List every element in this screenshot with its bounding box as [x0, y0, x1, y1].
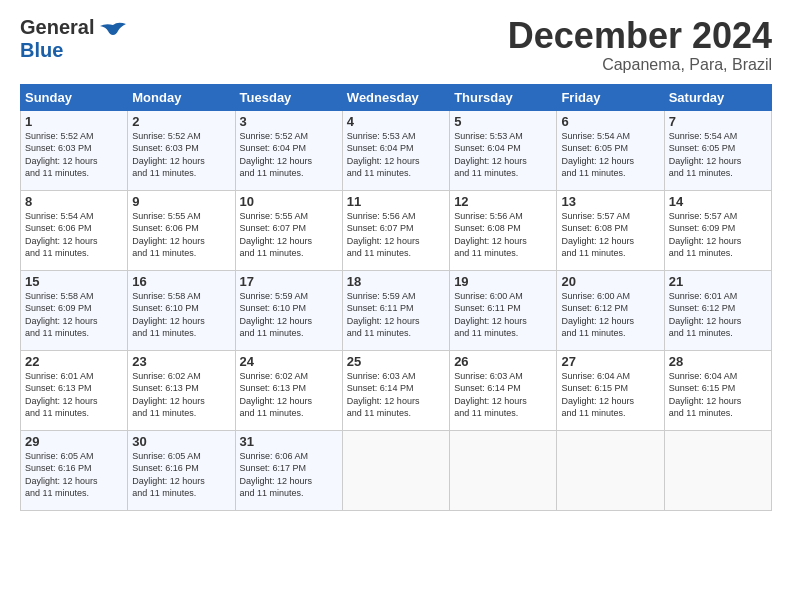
- location: Capanema, Para, Brazil: [508, 56, 772, 74]
- day-info: Sunrise: 5:59 AMSunset: 6:10 PMDaylight:…: [240, 290, 338, 340]
- day-info: Sunrise: 5:54 AMSunset: 6:06 PMDaylight:…: [25, 210, 123, 260]
- day-number: 27: [561, 354, 659, 369]
- day-number: 12: [454, 194, 552, 209]
- table-row: 2Sunrise: 5:52 AMSunset: 6:03 PMDaylight…: [128, 110, 235, 190]
- day-number: 23: [132, 354, 230, 369]
- day-number: 6: [561, 114, 659, 129]
- day-number: 3: [240, 114, 338, 129]
- day-number: 14: [669, 194, 767, 209]
- table-row: 21Sunrise: 6:01 AMSunset: 6:12 PMDayligh…: [664, 270, 771, 350]
- day-number: 29: [25, 434, 123, 449]
- table-row: 10Sunrise: 5:55 AMSunset: 6:07 PMDayligh…: [235, 190, 342, 270]
- table-row: [664, 430, 771, 510]
- day-info: Sunrise: 5:55 AMSunset: 6:06 PMDaylight:…: [132, 210, 230, 260]
- col-friday: Friday: [557, 84, 664, 110]
- day-info: Sunrise: 5:52 AMSunset: 6:03 PMDaylight:…: [132, 130, 230, 180]
- day-info: Sunrise: 5:53 AMSunset: 6:04 PMDaylight:…: [347, 130, 445, 180]
- day-number: 17: [240, 274, 338, 289]
- day-info: Sunrise: 5:56 AMSunset: 6:07 PMDaylight:…: [347, 210, 445, 260]
- day-info: Sunrise: 6:04 AMSunset: 6:15 PMDaylight:…: [561, 370, 659, 420]
- day-info: Sunrise: 5:52 AMSunset: 6:04 PMDaylight:…: [240, 130, 338, 180]
- day-info: Sunrise: 5:57 AMSunset: 6:09 PMDaylight:…: [669, 210, 767, 260]
- day-info: Sunrise: 6:02 AMSunset: 6:13 PMDaylight:…: [240, 370, 338, 420]
- table-row: 25Sunrise: 6:03 AMSunset: 6:14 PMDayligh…: [342, 350, 449, 430]
- day-info: Sunrise: 6:01 AMSunset: 6:12 PMDaylight:…: [669, 290, 767, 340]
- table-row: 22Sunrise: 6:01 AMSunset: 6:13 PMDayligh…: [21, 350, 128, 430]
- month-title: December 2024: [508, 16, 772, 56]
- col-sunday: Sunday: [21, 84, 128, 110]
- table-row: 15Sunrise: 5:58 AMSunset: 6:09 PMDayligh…: [21, 270, 128, 350]
- col-tuesday: Tuesday: [235, 84, 342, 110]
- day-info: Sunrise: 6:02 AMSunset: 6:13 PMDaylight:…: [132, 370, 230, 420]
- table-row: 4Sunrise: 5:53 AMSunset: 6:04 PMDaylight…: [342, 110, 449, 190]
- day-number: 5: [454, 114, 552, 129]
- table-row: 14Sunrise: 5:57 AMSunset: 6:09 PMDayligh…: [664, 190, 771, 270]
- table-row: 5Sunrise: 5:53 AMSunset: 6:04 PMDaylight…: [450, 110, 557, 190]
- day-number: 25: [347, 354, 445, 369]
- header: General Blue December 2024 Capanema, Par…: [20, 16, 772, 74]
- logo-text: General Blue: [20, 16, 94, 62]
- day-number: 19: [454, 274, 552, 289]
- day-number: 8: [25, 194, 123, 209]
- day-number: 13: [561, 194, 659, 209]
- table-row: [450, 430, 557, 510]
- table-row: 20Sunrise: 6:00 AMSunset: 6:12 PMDayligh…: [557, 270, 664, 350]
- table-row: [342, 430, 449, 510]
- table-row: 7Sunrise: 5:54 AMSunset: 6:05 PMDaylight…: [664, 110, 771, 190]
- day-info: Sunrise: 5:54 AMSunset: 6:05 PMDaylight:…: [669, 130, 767, 180]
- day-number: 15: [25, 274, 123, 289]
- day-info: Sunrise: 5:57 AMSunset: 6:08 PMDaylight:…: [561, 210, 659, 260]
- table-row: 6Sunrise: 5:54 AMSunset: 6:05 PMDaylight…: [557, 110, 664, 190]
- table-row: 23Sunrise: 6:02 AMSunset: 6:13 PMDayligh…: [128, 350, 235, 430]
- day-number: 16: [132, 274, 230, 289]
- day-info: Sunrise: 6:00 AMSunset: 6:11 PMDaylight:…: [454, 290, 552, 340]
- table-row: [557, 430, 664, 510]
- day-info: Sunrise: 5:53 AMSunset: 6:04 PMDaylight:…: [454, 130, 552, 180]
- day-number: 28: [669, 354, 767, 369]
- table-row: 18Sunrise: 5:59 AMSunset: 6:11 PMDayligh…: [342, 270, 449, 350]
- day-info: Sunrise: 6:01 AMSunset: 6:13 PMDaylight:…: [25, 370, 123, 420]
- table-row: 17Sunrise: 5:59 AMSunset: 6:10 PMDayligh…: [235, 270, 342, 350]
- logo: General Blue: [20, 16, 128, 62]
- day-number: 11: [347, 194, 445, 209]
- day-number: 24: [240, 354, 338, 369]
- col-wednesday: Wednesday: [342, 84, 449, 110]
- day-info: Sunrise: 5:58 AMSunset: 6:10 PMDaylight:…: [132, 290, 230, 340]
- table-row: 3Sunrise: 5:52 AMSunset: 6:04 PMDaylight…: [235, 110, 342, 190]
- day-number: 26: [454, 354, 552, 369]
- table-row: 9Sunrise: 5:55 AMSunset: 6:06 PMDaylight…: [128, 190, 235, 270]
- day-number: 31: [240, 434, 338, 449]
- table-row: 27Sunrise: 6:04 AMSunset: 6:15 PMDayligh…: [557, 350, 664, 430]
- day-info: Sunrise: 5:54 AMSunset: 6:05 PMDaylight:…: [561, 130, 659, 180]
- day-info: Sunrise: 5:58 AMSunset: 6:09 PMDaylight:…: [25, 290, 123, 340]
- day-info: Sunrise: 6:06 AMSunset: 6:17 PMDaylight:…: [240, 450, 338, 500]
- day-number: 4: [347, 114, 445, 129]
- day-number: 2: [132, 114, 230, 129]
- day-info: Sunrise: 6:03 AMSunset: 6:14 PMDaylight:…: [347, 370, 445, 420]
- table-row: 11Sunrise: 5:56 AMSunset: 6:07 PMDayligh…: [342, 190, 449, 270]
- day-info: Sunrise: 6:00 AMSunset: 6:12 PMDaylight:…: [561, 290, 659, 340]
- table-row: 13Sunrise: 5:57 AMSunset: 6:08 PMDayligh…: [557, 190, 664, 270]
- day-number: 10: [240, 194, 338, 209]
- day-info: Sunrise: 6:03 AMSunset: 6:14 PMDaylight:…: [454, 370, 552, 420]
- day-number: 7: [669, 114, 767, 129]
- day-number: 9: [132, 194, 230, 209]
- table-row: 28Sunrise: 6:04 AMSunset: 6:15 PMDayligh…: [664, 350, 771, 430]
- col-thursday: Thursday: [450, 84, 557, 110]
- col-monday: Monday: [128, 84, 235, 110]
- table-row: 8Sunrise: 5:54 AMSunset: 6:06 PMDaylight…: [21, 190, 128, 270]
- table-row: 29Sunrise: 6:05 AMSunset: 6:16 PMDayligh…: [21, 430, 128, 510]
- day-info: Sunrise: 5:52 AMSunset: 6:03 PMDaylight:…: [25, 130, 123, 180]
- table-row: 24Sunrise: 6:02 AMSunset: 6:13 PMDayligh…: [235, 350, 342, 430]
- day-number: 20: [561, 274, 659, 289]
- day-info: Sunrise: 6:05 AMSunset: 6:16 PMDaylight:…: [25, 450, 123, 500]
- table-row: 19Sunrise: 6:00 AMSunset: 6:11 PMDayligh…: [450, 270, 557, 350]
- day-number: 21: [669, 274, 767, 289]
- table-row: 1Sunrise: 5:52 AMSunset: 6:03 PMDaylight…: [21, 110, 128, 190]
- table-row: 30Sunrise: 6:05 AMSunset: 6:16 PMDayligh…: [128, 430, 235, 510]
- calendar-page: General Blue December 2024 Capanema, Par…: [0, 0, 792, 612]
- day-number: 22: [25, 354, 123, 369]
- table-row: 12Sunrise: 5:56 AMSunset: 6:08 PMDayligh…: [450, 190, 557, 270]
- day-number: 1: [25, 114, 123, 129]
- day-number: 18: [347, 274, 445, 289]
